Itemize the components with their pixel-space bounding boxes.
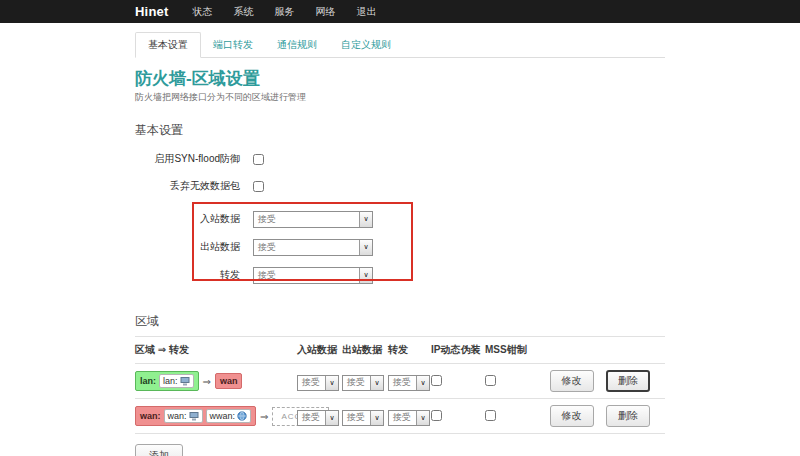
row-input-select[interactable]: 接受∨ <box>297 410 339 426</box>
page-title: 防火墙-区域设置 <box>135 67 665 90</box>
nav-item-logout[interactable]: 退出 <box>357 5 377 19</box>
col-actions <box>545 337 665 364</box>
drop-invalid-checkbox[interactable] <box>253 181 264 192</box>
zones-table: 区域 ⇒ 转发 入站数据 出站数据 转发 IP动态伪装 MSS钳制 lan: l… <box>135 336 665 434</box>
col-input: 入站数据 <box>297 337 342 364</box>
col-forward: 转发 <box>388 337 431 364</box>
table-header-row: 区域 ⇒ 转发 入站数据 出站数据 转发 IP动态伪装 MSS钳制 <box>135 337 665 364</box>
tab-custom-rules[interactable]: 自定义规则 <box>329 33 403 57</box>
chevron-down-icon: ∨ <box>370 376 383 390</box>
delete-zone-button[interactable]: 删除 <box>606 405 650 427</box>
select-value: 接受 <box>258 269 276 282</box>
edit-zone-button[interactable]: 修改 <box>550 405 594 427</box>
masquerading-checkbox[interactable] <box>431 410 442 421</box>
row-input-select[interactable]: 接受∨ <box>297 375 339 391</box>
top-menu: 状态 系统 服务 网络 退出 <box>193 5 377 19</box>
nav-item-system[interactable]: 系统 <box>234 5 254 19</box>
zone-name: lan: <box>140 376 156 386</box>
row-forward-select[interactable]: 接受∨ <box>388 410 430 426</box>
interface-badge-lan: lan: <box>159 374 194 388</box>
masquerading-checkbox[interactable] <box>431 375 442 386</box>
section-basic-settings: 基本设置 <box>135 122 665 139</box>
interface-badge-wan: wan: <box>164 409 203 423</box>
chevron-down-icon: ∨ <box>416 411 429 425</box>
brand-logo[interactable]: Hinet <box>135 4 169 19</box>
top-nav-bar: Hinet 状态 系统 服务 网络 退出 <box>0 0 800 23</box>
nav-item-services[interactable]: 服务 <box>275 5 295 19</box>
col-zone-forwardings: 区域 ⇒ 转发 <box>135 337 297 364</box>
forward-arrow-icon: ⇒ <box>260 411 268 422</box>
add-zone-button[interactable]: 添加 <box>135 444 183 456</box>
page-subtitle: 防火墙把网络接口分为不同的区域进行管理 <box>135 91 665 104</box>
drop-invalid-label: 丢弃无效数据包 <box>135 179 240 193</box>
zone-badge-wan: wan: wan: wwan: <box>135 406 256 426</box>
row-forward-select[interactable]: 接受∨ <box>388 375 430 391</box>
zone-badge-lan: lan: lan: <box>135 371 199 391</box>
edit-zone-button[interactable]: 修改 <box>550 370 594 392</box>
syn-flood-checkbox[interactable] <box>253 154 264 165</box>
row-output-select[interactable]: 接受∨ <box>342 375 384 391</box>
zone-row-wan: wan: wan: wwan: ⇒ ACCEPT <box>135 399 665 434</box>
select-value: 接受 <box>258 213 276 226</box>
chevron-down-icon: ∨ <box>359 212 372 227</box>
zone-badge-wan-target: wan <box>215 373 243 389</box>
chevron-down-icon: ∨ <box>325 376 338 390</box>
tab-traffic-rules[interactable]: 通信规则 <box>265 33 329 57</box>
tab-port-forwarding[interactable]: 端口转发 <box>201 33 265 57</box>
zone-name: wan: <box>140 411 161 421</box>
chevron-down-icon: ∨ <box>370 411 383 425</box>
syn-flood-label: 启用SYN-flood防御 <box>135 152 240 166</box>
output-policy-label: 出站数据 <box>135 240 240 254</box>
input-policy-label: 入站数据 <box>135 212 240 226</box>
col-output: 出站数据 <box>342 337 388 364</box>
tab-bar: 基本设置 端口转发 通信规则 自定义规则 <box>135 32 665 58</box>
chevron-down-icon: ∨ <box>325 411 338 425</box>
chevron-down-icon: ∨ <box>359 268 372 283</box>
tab-basic-settings[interactable]: 基本设置 <box>135 32 201 58</box>
input-policy-select[interactable]: 接受 ∨ <box>253 211 373 228</box>
delete-zone-button[interactable]: 删除 <box>606 370 650 392</box>
forward-policy-select[interactable]: 接受 ∨ <box>253 267 373 284</box>
main-content: 基本设置 端口转发 通信规则 自定义规则 防火墙-区域设置 防火墙把网络接口分为… <box>135 32 665 456</box>
ethernet-icon <box>189 412 199 421</box>
zone-row-lan: lan: lan: ⇒ wan 接受∨ 接受∨ 接受∨ <box>135 364 665 399</box>
nav-item-status[interactable]: 状态 <box>193 5 213 19</box>
chevron-down-icon: ∨ <box>416 376 429 390</box>
col-mss-clamping: MSS钳制 <box>485 337 545 364</box>
ethernet-icon <box>180 377 190 386</box>
row-output-select[interactable]: 接受∨ <box>342 410 384 426</box>
section-zones: 区域 <box>135 313 665 330</box>
globe-icon <box>237 411 247 421</box>
select-value: 接受 <box>258 241 276 254</box>
chevron-down-icon: ∨ <box>359 240 372 255</box>
col-masquerading: IP动态伪装 <box>431 337 485 364</box>
forward-arrow-icon: ⇒ <box>203 376 211 387</box>
output-policy-select[interactable]: 接受 ∨ <box>253 239 373 256</box>
forward-policy-label: 转发 <box>135 268 240 282</box>
mss-clamping-checkbox[interactable] <box>485 410 496 421</box>
nav-item-network[interactable]: 网络 <box>316 5 336 19</box>
mss-clamping-checkbox[interactable] <box>485 375 496 386</box>
interface-badge-wwan: wwan: <box>206 409 252 423</box>
